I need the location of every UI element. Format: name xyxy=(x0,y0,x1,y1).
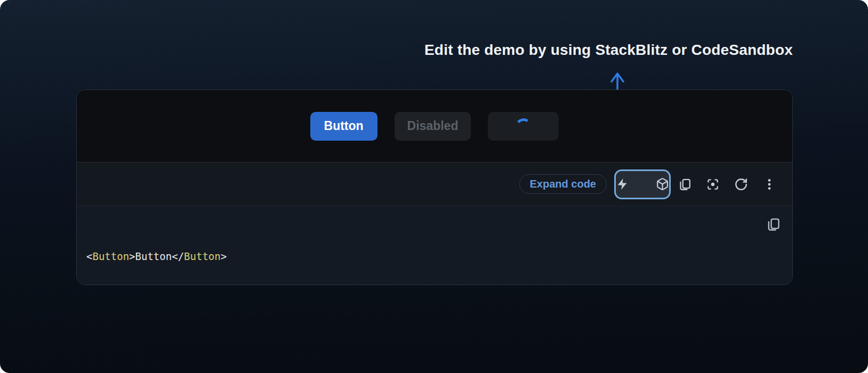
demo-card: Button Disabled Expand code xyxy=(76,90,793,285)
demo-toolbar: Expand code xyxy=(77,162,792,206)
stackblitz-lightning-icon[interactable] xyxy=(616,177,629,191)
code-line: <Button>Button</Button> xyxy=(86,248,755,265)
demo-disabled-button[interactable]: Disabled xyxy=(395,112,471,141)
copy-icon[interactable] xyxy=(677,177,692,191)
arrow-head xyxy=(612,74,623,82)
demo-preview-area: Button Disabled xyxy=(77,90,792,162)
more-vertical-icon[interactable] xyxy=(762,177,776,191)
loading-spinner-icon xyxy=(515,117,533,135)
code-copy-icon[interactable] xyxy=(765,216,781,232)
expand-code-button[interactable]: Expand code xyxy=(519,174,607,194)
edit-links-highlight-box xyxy=(614,169,671,199)
screenshot-icon[interactable] xyxy=(705,177,720,191)
refresh-icon[interactable] xyxy=(734,177,748,191)
demo-primary-button[interactable]: Button xyxy=(310,112,377,141)
annotation-title: Edit the demo by using StackBlitz or Cod… xyxy=(424,42,793,59)
demo-loading-button[interactable] xyxy=(488,112,559,141)
app-background: Edit the demo by using StackBlitz or Cod… xyxy=(0,0,868,373)
codesandbox-cube-icon[interactable] xyxy=(656,177,669,191)
code-block: <Button>Button</Button> <Button disabled… xyxy=(77,206,792,285)
